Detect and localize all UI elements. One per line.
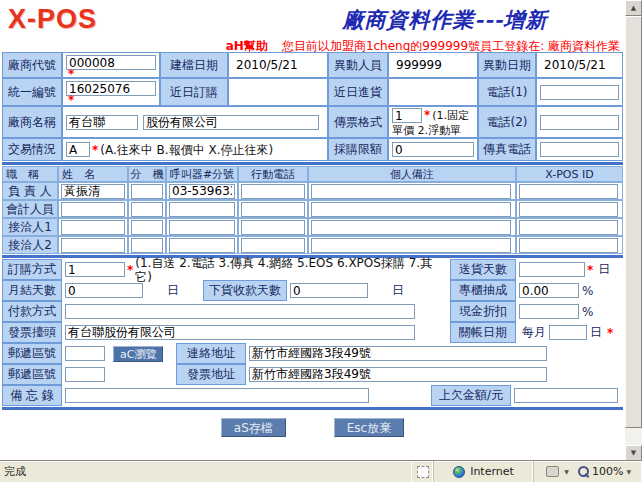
col-header-xpos-id: X-POS ID [516,166,623,182]
contact-name-input[interactable] [61,202,125,217]
unified-no-cell: * [62,78,160,106]
payment-method-input[interactable] [65,304,415,319]
contact-address-row: 郵遞區號 aC瀏覽 連絡地址 [2,343,623,364]
scroll-up-icon[interactable]: ▲ [625,0,642,16]
counter-commission-input[interactable] [519,283,579,298]
order-method-input[interactable] [65,262,125,277]
last-amount-label: 上欠金額/元 [431,385,511,406]
vendor-name-label: 廠商名稱 [2,106,62,138]
voucher-format-input[interactable] [392,108,422,123]
contact-pager-input[interactable] [169,220,235,235]
contact-pager-input[interactable] [169,238,235,253]
contact-ext-input[interactable] [131,220,163,235]
delivery-days-input[interactable] [519,262,585,277]
vendor-code-input[interactable] [66,55,156,70]
contact-row-liaison1: 接洽人1 [2,218,623,236]
xpos-logo: X-POS [8,4,97,35]
contact-notes-input[interactable] [311,184,511,199]
contact-xposid-input[interactable] [519,202,618,217]
monthly-days-input[interactable] [65,283,143,298]
memo-label: 備 忘 錄 [2,385,62,406]
fax-cell [536,138,623,161]
delivery-days-label: 送貨天數 [450,259,516,280]
recent-order-cell [228,78,328,106]
zip1-input[interactable] [65,346,105,361]
memo-input[interactable] [65,388,369,403]
contact-notes-input[interactable] [311,202,511,217]
contact-ext-input[interactable] [131,238,163,253]
phone1-input[interactable] [540,85,619,100]
contact-mobile-input[interactable] [241,220,305,235]
col-header-name: 姓 名 [58,166,128,182]
scrollbar-thumb[interactable] [625,16,642,428]
invoice-title-input[interactable] [65,325,415,340]
trade-status-input[interactable] [66,142,90,157]
col-header-role: 職 稱 [2,166,58,182]
scroll-down-icon[interactable]: ▼ [625,445,642,461]
cash-discount-unit: % [582,305,593,319]
purchase-limit-input[interactable] [392,142,474,157]
contact-mobile-input[interactable] [241,238,305,253]
contact-xposid-input[interactable] [519,184,618,199]
help-link[interactable]: aH幫助 [226,39,268,53]
cash-discount-input[interactable] [519,304,579,319]
closing-date-input[interactable] [549,325,587,340]
page-mode-segment [412,461,434,482]
contact-ext-input[interactable] [131,202,163,217]
contact-mobile-input[interactable] [241,202,305,217]
form-row-3: 廠商名稱 傳票格式 *(1.固定單價 2.浮動單價) 電話(2) [2,106,623,138]
phone2-label: 電話(2) [478,106,536,138]
contact-row-accountant: 會計人員 [2,200,623,218]
payment-method-label: 付款方式 [2,301,62,322]
unload-pay-days-input[interactable] [290,283,368,298]
form-row-1: 廠商代號 * 建檔日期 2010/5/21 異動人員 999999 異動日期 2… [2,52,623,78]
required-mark: * [587,266,593,274]
recent-stockin-label: 近日進貨 [328,78,388,106]
contact-xposid-input[interactable] [519,220,618,235]
counter-commission-label: 專櫃抽成 [450,280,516,301]
contact-name-input[interactable] [61,238,125,253]
contact-pager-input[interactable] [169,202,235,217]
order-method-label: 訂購方式 [2,259,62,280]
contact-mobile-input[interactable] [241,184,305,199]
phone2-input[interactable] [540,115,619,130]
vertical-scrollbar[interactable]: ▲ ▼ [625,0,642,461]
closing-date-unit: 日 [590,324,602,341]
cancel-button[interactable]: Esc放棄 [334,418,404,437]
recent-stockin-cell [388,78,478,106]
contact-role-label: 接洽人2 [2,236,58,254]
zip2-input[interactable] [65,367,105,382]
zone-label: Internet [470,465,514,478]
contact-pager-input[interactable] [169,184,235,199]
contact-name-cell [58,236,128,254]
zip-browse-button[interactable]: aC瀏覽 [113,346,163,362]
chevron-down-icon[interactable]: ▼ [564,468,569,475]
unified-no-input[interactable] [66,81,156,96]
status-text-segment: 完成 [0,461,412,482]
phone1-label: 電話(1) [478,78,536,106]
last-amount-input[interactable] [514,388,618,403]
contact-address-input[interactable] [249,346,547,361]
contact-name-input[interactable] [61,184,125,199]
save-button[interactable]: aS存檔 [221,418,286,437]
contact-notes-input[interactable] [311,238,511,253]
contact-ext-input[interactable] [131,184,163,199]
phone2-cell [536,106,623,138]
vendor-code-cell: * [62,52,160,78]
contact-notes-input[interactable] [311,220,511,235]
login-message: 您目前以加盟商1cheng的999999號員工登錄在: 廠商資料作業 [282,39,620,53]
fax-input[interactable] [540,142,619,157]
vendor-name-input-2[interactable] [143,115,319,130]
chevron-down-icon[interactable]: ▼ [626,468,631,475]
contact-role-label: 負 責 人 [2,182,58,200]
contact-xposid-cell [516,200,623,218]
form-row-2: 統一編號 * 近日訂購 近日進貨 電話(1) [2,78,623,106]
purchase-limit-cell [388,138,478,161]
vendor-name-input-1[interactable] [66,115,138,130]
contact-xposid-input[interactable] [519,238,618,253]
contact-name-input[interactable] [61,220,125,235]
modify-user-value: 999999 [392,58,442,72]
invoice-address-input[interactable] [249,367,547,382]
contact-name-cell [58,182,128,200]
contact-ext-cell [128,236,166,254]
